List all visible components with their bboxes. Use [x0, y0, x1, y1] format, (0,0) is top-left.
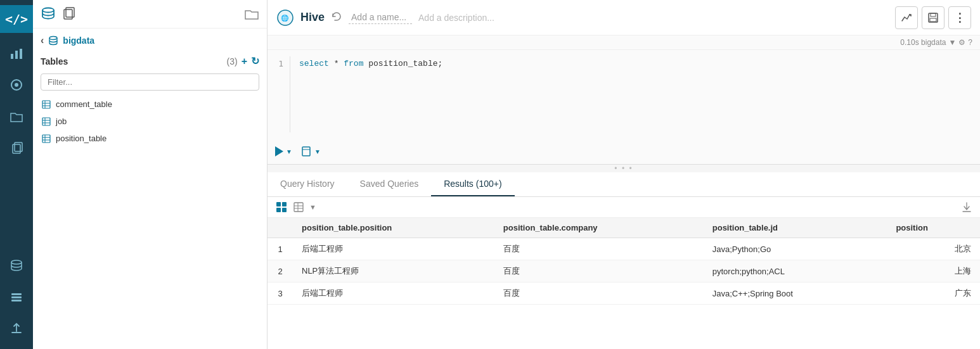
query-desc-input[interactable]: Add a description... [418, 13, 889, 23]
cell-jd: Java;C++;Spring Boot [704, 282, 887, 305]
nav-list-item[interactable] [3, 283, 30, 311]
settings-button[interactable]: ⚙ [958, 38, 965, 47]
svg-rect-9 [11, 296, 22, 298]
svg-rect-15 [42, 101, 50, 108]
grid-icon[interactable] [275, 201, 288, 213]
table-item[interactable]: job [33, 113, 267, 130]
code-editor-area: 0.10s bigdata ▼ ⚙ ? 1 select * from posi… [268, 35, 980, 165]
svg-rect-8 [11, 293, 22, 295]
tab-results[interactable]: Results (100+) [431, 172, 514, 196]
book-dropdown-caret[interactable]: ▼ [314, 148, 321, 155]
nav-upload-item[interactable] [3, 315, 30, 343]
database-name: bigdata [63, 35, 94, 46]
book-action[interactable]: ▼ [300, 146, 321, 157]
back-button[interactable]: ‹ [41, 35, 44, 46]
svg-rect-32 [302, 147, 310, 156]
svg-rect-19 [42, 118, 50, 125]
editor-info-bar: 0.10s bigdata ▼ ⚙ ? [268, 35, 980, 50]
nav-copy-item[interactable] [3, 134, 30, 162]
svg-point-7 [11, 260, 22, 264]
col-header-jd[interactable]: position_table.jd [704, 218, 887, 238]
execution-time: 0.10s bigdata [900, 38, 946, 47]
run-query-button[interactable]: ▼ [275, 143, 295, 160]
save-button[interactable] [922, 6, 945, 29]
tab-query-history[interactable]: Query History [268, 172, 347, 196]
list-icon [10, 290, 23, 304]
cell-jd: Java;Python;Go [704, 238, 887, 260]
database-stack-icon [10, 258, 23, 272]
nav-db-item[interactable] [3, 251, 30, 279]
col-header-company[interactable]: position_table.company [494, 218, 704, 238]
cell-row-num: 2 [268, 260, 293, 282]
svg-rect-38 [294, 203, 303, 212]
table-row: 1 后端工程师 百度 Java;Python;Go 北京 [268, 238, 980, 260]
cell-position: 后端工程师 [293, 282, 494, 305]
nav-top-item[interactable]: </> [0, 5, 33, 33]
table-filter-input[interactable] [41, 73, 259, 91]
circle-icon [10, 78, 23, 92]
upload-icon [10, 322, 23, 336]
table-row: 2 NLP算法工程师 百度 pytorch;python;ACL 上海 [268, 260, 980, 282]
cell-company: 百度 [494, 238, 704, 260]
undo-button[interactable] [331, 11, 342, 25]
refresh-tables-button[interactable]: ↻ [251, 55, 259, 67]
table-grid-icon [42, 100, 51, 109]
nav-folder-item[interactable] [3, 103, 30, 130]
table-name: comment_table [56, 99, 112, 109]
svg-rect-1 [15, 51, 18, 59]
code-area[interactable]: 1 select * from position_table; [268, 50, 980, 139]
tab-saved-queries[interactable]: Saved Queries [347, 172, 432, 196]
svg-rect-10 [11, 300, 22, 301]
code-content[interactable]: select * from position_table; [290, 56, 980, 132]
small-dropdown-caret[interactable]: ▼ [309, 203, 316, 211]
cell-position: NLP算法工程师 [293, 260, 494, 282]
execution-info: 0.10s bigdata ▼ ⚙ ? [900, 38, 972, 47]
help-button[interactable]: ? [968, 38, 972, 47]
svg-point-14 [49, 37, 57, 40]
line-number-1: 1 [268, 56, 283, 71]
editor-header: 🌐 Hive Add a name... Add a description..… [268, 0, 980, 35]
cell-row-num: 3 [268, 282, 293, 305]
cell-row-num: 1 [268, 238, 293, 260]
resize-handle[interactable]: • • • [268, 165, 980, 172]
small-table-icon[interactable] [293, 201, 304, 213]
nav-chart-item[interactable] [3, 39, 30, 67]
svg-rect-6 [15, 143, 22, 151]
col-header-position[interactable]: position_table.position [293, 218, 494, 238]
cell-jd: pytorch;python;ACL [704, 260, 887, 282]
tables-header: Tables (3) + ↻ [33, 53, 267, 71]
svg-rect-23 [42, 135, 50, 143]
download-row-icon[interactable] [961, 201, 972, 213]
hive-connector-icon: 🌐 [276, 9, 294, 27]
header-actions: ⋮ [895, 6, 971, 29]
query-name-input[interactable]: Add a name... [349, 11, 412, 24]
cell-company: 百度 [494, 260, 704, 282]
sidebar: ‹ bigdata Tables (3) + ↻ comment_table [33, 0, 268, 349]
line-chart-icon [901, 12, 912, 23]
database-breadcrumb: ‹ bigdata [33, 29, 267, 53]
svg-rect-37 [282, 208, 287, 212]
svg-rect-2 [20, 49, 22, 59]
table-item[interactable]: position_table [33, 130, 267, 147]
table-item[interactable]: comment_table [33, 96, 267, 113]
results-area: Query History Saved Queries Results (100… [268, 172, 980, 349]
svg-rect-0 [11, 54, 13, 59]
sidebar-folder-icon[interactable] [244, 6, 259, 22]
results-table-toolbar: ▼ [268, 197, 980, 218]
chart-view-button[interactable] [895, 6, 918, 29]
col-header-location[interactable]: position [887, 218, 980, 238]
drag-dots: • • • [614, 164, 633, 173]
play-icon [275, 146, 283, 156]
left-navigation: </> [0, 0, 33, 349]
run-dropdown-caret[interactable]: ▼ [286, 148, 292, 155]
nav-circle-item[interactable] [3, 71, 30, 99]
more-options-button[interactable]: ⋮ [948, 6, 971, 29]
tables-count: (3) [227, 56, 238, 67]
svg-text:🌐: 🌐 [281, 14, 289, 22]
dropdown-caret[interactable]: ▼ [948, 38, 956, 47]
floppy-disk-icon [927, 12, 939, 23]
ellipsis-icon: ⋮ [954, 11, 966, 25]
table-grid-icon [42, 117, 51, 126]
results-tabs: Query History Saved Queries Results (100… [268, 172, 980, 197]
add-table-button[interactable]: + [242, 56, 247, 67]
